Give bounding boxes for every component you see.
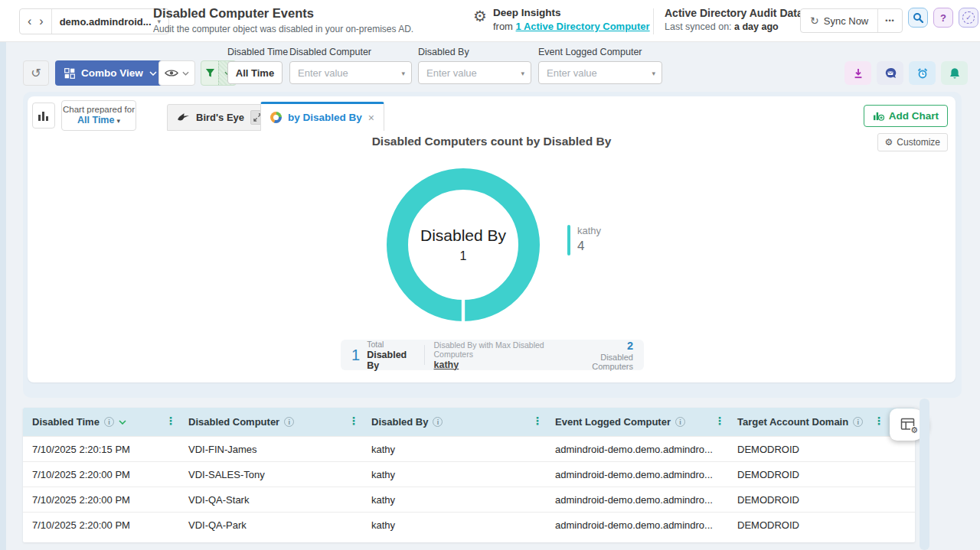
column-header-disabled-time[interactable]: Disabled Time i ⋮ (23, 408, 179, 436)
top-header: ‹ › demo.admindroid... ▾ Disabled Comput… (0, 0, 980, 42)
filter-main[interactable] (201, 61, 218, 85)
tab-birds-eye[interactable]: Bird's Eye (167, 104, 275, 131)
summary-max-value-label: Disabled Computers (567, 353, 633, 371)
chart-panel: Chart prepared for All Time▾ Bird's Eye … (23, 92, 962, 398)
chart-summary-bar: 1 Total Disabled By Disabled By with Max… (341, 340, 644, 370)
column-header-disabled-by[interactable]: Disabled By i ⋮ (362, 408, 546, 436)
event-logged-computer-input[interactable] (539, 62, 662, 83)
export-button[interactable] (844, 61, 871, 85)
cell-disabled-time: 7/10/2025 2:20:00 PM (23, 513, 179, 537)
info-icon[interactable]: i (853, 417, 863, 427)
back-icon[interactable]: ‹ (28, 15, 31, 28)
add-chart-label: Add Chart (889, 110, 939, 122)
forward-icon[interactable]: › (39, 15, 43, 28)
sync-now-label: Sync Now (824, 15, 869, 27)
help-button[interactable]: ? (933, 8, 953, 28)
scheduler-button[interactable]: ✓ (959, 8, 978, 28)
disabled-computer-input[interactable] (290, 62, 411, 83)
deep-insights-link[interactable]: 1 Active Directory Computer (516, 21, 650, 32)
chart-prepared-label: Chart prepared for (62, 105, 136, 114)
table-header-row: Disabled Time i ⋮ Disabled Computer i ⋮ … (23, 408, 915, 436)
view-selector-button[interactable]: Combo View (55, 60, 166, 86)
info-icon[interactable]: i (433, 417, 443, 427)
cell-event-logged-computer: admindroid-demo.demo.admindro... (546, 437, 728, 461)
schedule-alert-button[interactable] (909, 61, 936, 85)
column-menu-icon[interactable]: ⋮ (532, 415, 543, 427)
header-divider (653, 8, 654, 34)
column-label: Target Account Domain (737, 416, 848, 428)
donut-chart[interactable]: Disabled By 1 (385, 167, 541, 323)
alarm-clock-icon (916, 67, 929, 80)
column-label: Disabled Computer (188, 416, 279, 428)
filter-label: Disabled Computer (289, 47, 412, 57)
column-menu-icon[interactable]: ⋮ (348, 415, 359, 427)
column-header-target-account-domain[interactable]: Target Account Domain i ⋮ (728, 408, 915, 436)
summary-max-name-link[interactable]: kathy (434, 360, 567, 370)
notifications-button[interactable] (941, 61, 968, 85)
deep-insights-label: Deep Insights (493, 7, 650, 18)
bird-icon (177, 112, 190, 122)
cell-disabled-time: 7/10/2025 2:20:00 PM (23, 462, 179, 487)
tab-birds-eye-label: Bird's Eye (196, 112, 244, 123)
cell-target-account-domain: DEMODROID (728, 487, 915, 512)
history-button[interactable]: ↺ (23, 60, 49, 86)
column-label: Event Logged Computer (555, 416, 671, 428)
table-row[interactable]: 7/10/2025 2:20:15 PM VDI-FIN-James kathy… (23, 436, 915, 461)
sync-more-button[interactable]: ••• (877, 9, 901, 32)
deep-insights-text: Deep Insights from 1 Active Directory Co… (493, 7, 650, 32)
filter-funnel-icon (205, 68, 215, 78)
feedback-button[interactable] (877, 61, 903, 85)
cell-disabled-time: 7/10/2025 2:20:00 PM (23, 487, 179, 512)
summary-max-caption: Disabled By with Max Disabled Computers (434, 340, 567, 359)
cell-target-account-domain: DEMODROID (728, 462, 915, 487)
filter-label: Event Logged Computer (538, 47, 662, 57)
column-header-disabled-computer[interactable]: Disabled Computer i ⋮ (179, 408, 362, 436)
page-subtitle: Audit the computer object was disabled i… (153, 24, 413, 34)
chart-type-button[interactable] (32, 103, 55, 129)
tab-by-disabled-by-label: by Disabled By (288, 112, 362, 123)
table-row[interactable]: 7/10/2025 2:20:00 PM VDI-QA-Park kathy a… (23, 512, 915, 537)
vertical-scrollbar[interactable] (920, 399, 929, 550)
chart-time-range-button[interactable]: Chart prepared for All Time▾ (61, 100, 136, 131)
eye-icon (165, 69, 178, 77)
column-menu-icon[interactable]: ⋮ (165, 415, 176, 427)
column-header-event-logged-computer[interactable]: Event Logged Computer i ⋮ (546, 408, 728, 436)
deep-insights-gear-icon: ⚙ (473, 7, 487, 32)
sort-desc-icon[interactable] (119, 420, 126, 425)
column-menu-icon[interactable]: ⋮ (714, 415, 725, 427)
search-button[interactable] (908, 8, 928, 28)
table-row[interactable]: 7/10/2025 2:20:00 PM VDI-QA-Stark kathy … (23, 487, 915, 512)
nav-arrows: ‹ › (20, 9, 52, 34)
time-range-button[interactable]: All Time (227, 61, 283, 84)
page-title-block: Disabled Computer Events Audit the compu… (153, 6, 413, 34)
search-icon (913, 12, 923, 23)
left-edge-strip (0, 42, 6, 550)
deep-insights-block: ⚙ Deep Insights from 1 Active Directory … (473, 7, 650, 32)
event-logged-computer-select[interactable]: ▾ (538, 61, 662, 84)
chart-legend[interactable]: kathy 4 (567, 225, 601, 255)
table-row[interactable]: 7/10/2025 2:20:00 PM VDI-SALES-Tony kath… (23, 461, 915, 487)
help-icon: ? (940, 12, 946, 24)
summary-total-label: Disabled By (367, 350, 415, 371)
sync-now-button[interactable]: ↻ Sync Now (801, 9, 877, 32)
tab-by-disabled-by[interactable]: by Disabled By × (260, 102, 384, 131)
cell-disabled-computer: VDI-FIN-James (179, 437, 362, 461)
info-icon[interactable]: i (675, 417, 685, 427)
column-label: Disabled Time (32, 416, 100, 428)
close-tab-icon[interactable]: × (368, 112, 374, 124)
chevron-down-icon (149, 71, 157, 76)
info-icon[interactable]: i (104, 417, 114, 427)
disabled-computer-select[interactable]: ▾ (289, 61, 412, 84)
add-chart-button[interactable]: Add Chart (864, 105, 948, 127)
cell-disabled-by: kathy (362, 487, 546, 512)
disabled-by-select[interactable]: ▾ (418, 61, 531, 84)
toolbar: ↺ Combo View Disabled Time All Time Disa… (0, 42, 980, 92)
info-icon[interactable]: i (284, 417, 294, 427)
cell-disabled-computer: VDI-QA-Stark (179, 487, 362, 512)
column-menu-icon[interactable]: ⋮ (874, 415, 884, 427)
visibility-button[interactable] (158, 60, 195, 86)
tenant-selector[interactable]: demo.admindroid... ▾ (52, 16, 168, 28)
gear-icon: ⚙ (910, 426, 918, 434)
disabled-by-input[interactable] (419, 62, 531, 83)
summary-total-value: 1 (351, 347, 360, 364)
